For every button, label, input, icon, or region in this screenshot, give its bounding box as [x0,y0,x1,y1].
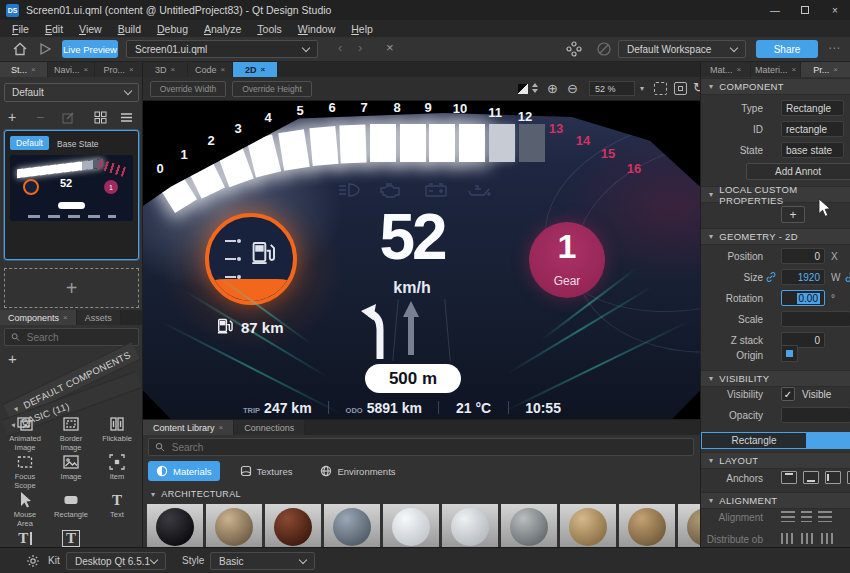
component-item-text-input[interactable]: T Text Input [52,528,90,547]
close-icon[interactable]: × [219,423,224,432]
list-view-icon[interactable] [120,110,133,128]
workspace-selector[interactable]: Default Workspace [618,40,746,58]
material-thumbnail-5[interactable] [383,504,439,547]
close-icon[interactable]: × [833,65,838,74]
more-options-icon[interactable]: ⋯ [828,41,841,55]
state-card-default[interactable]: Default Base State 52 1 [4,130,139,260]
component-item-text[interactable]: T Text [98,490,136,526]
menu-item-window[interactable]: Window [290,23,343,35]
component-item-image[interactable]: Image [52,452,90,488]
tab-assets[interactable]: Assets [77,310,121,325]
canvas-color-swatch[interactable] [518,84,528,94]
zoom-out-icon[interactable]: ⊖ [567,81,578,96]
menu-item-file[interactable]: File [4,23,37,35]
material-thumbnail-2[interactable] [206,504,262,547]
component-item-mouse-area[interactable]: Mouse Area [6,490,44,526]
forward-icon[interactable]: › [358,40,362,55]
material-thumbnail-7[interactable] [501,504,557,547]
anchor-left-icon[interactable] [825,471,841,484]
close-icon[interactable]: × [31,65,36,74]
size-w-field[interactable]: 1920 [781,269,825,285]
add-state-dropzone[interactable]: + [4,268,139,308]
tab-code[interactable]: Code× [188,62,233,77]
material-thumbnail-6[interactable] [442,504,498,547]
component-item-rectangle[interactable]: Rectangle [52,490,90,526]
close-document-icon[interactable]: × [386,40,394,55]
menu-item-debug[interactable]: Debug [149,23,196,35]
state-group-selector[interactable]: Default [4,83,139,102]
component-item-focus-scope[interactable]: Focus Scope [6,452,44,488]
fit-selection-icon[interactable] [654,82,667,95]
type-field[interactable]: Rectangle [781,100,844,116]
position-x-field[interactable]: 0 [781,248,825,264]
material-thumbnail-8[interactable] [560,504,616,547]
material-thumbnail-9[interactable] [619,504,675,547]
close-icon[interactable]: × [63,313,68,322]
link-icon[interactable] [844,271,850,285]
maximize-button[interactable] [790,0,820,20]
component-item-animated-image[interactable]: Animated Image [6,414,44,450]
close-icon[interactable]: × [791,65,796,74]
state-field[interactable]: base state [781,142,844,158]
content-library-search[interactable] [148,438,694,456]
material-thumbnail-4[interactable] [324,504,380,547]
menu-item-view[interactable]: View [71,23,110,35]
caret-down-icon[interactable]: ▾ [640,84,644,93]
close-icon[interactable]: × [260,65,265,74]
zoom-to-fit-icon[interactable] [674,82,687,95]
tab-material-browser[interactable]: Mat...× [701,62,751,77]
material-thumbnail-3[interactable] [265,504,321,547]
menu-item-edit[interactable]: Edit [37,23,71,35]
filter-environments[interactable]: Environments [312,461,403,481]
zoom-level-selector[interactable]: 52 % [589,81,635,96]
tab-material-editor[interactable]: Materi...× [751,62,801,77]
menu-item-tools[interactable]: Tools [249,23,290,35]
mode-layout[interactable]: L [807,432,850,449]
workspace-widgets-icon[interactable] [566,41,582,59]
material-thumbnail-10[interactable] [678,504,700,547]
tab-states[interactable]: St...× [0,62,48,77]
home-icon[interactable] [12,41,28,59]
edit-state-icon[interactable] [62,110,75,128]
close-icon[interactable]: × [83,65,88,74]
origin-button[interactable] [781,345,798,362]
visible-checkbox[interactable]: ✓ [781,387,795,401]
id-field[interactable]: rectangle [781,121,844,137]
close-button[interactable]: × [820,0,850,20]
tab-content-library[interactable]: Content Library× [143,420,234,435]
section-component[interactable]: ▾ COMPONENT [701,78,850,95]
tab-components[interactable]: Components× [0,310,77,325]
override-width-field[interactable]: Override Width [150,81,226,97]
section-visibility[interactable]: ▾ VISIBILITY [701,370,850,387]
component-item-border-image[interactable]: Border Image [52,414,90,450]
override-height-field[interactable]: Override Height [232,81,312,97]
filter-materials[interactable]: Materials [148,461,220,481]
rotation-field[interactable]: 0.00 [781,290,825,306]
distribute-right-icon[interactable] [821,533,835,544]
tab-properties[interactable]: Pr...× [801,62,850,77]
align-right-icon[interactable] [818,511,832,522]
align-left-icon[interactable] [781,511,795,522]
tab-navigator[interactable]: Navi...× [48,62,96,77]
component-item-flickable[interactable]: Flickable [98,414,136,450]
live-preview-button[interactable]: Live Preview [62,40,118,58]
state-name-badge[interactable]: Default [10,136,49,150]
style-selector[interactable]: Basic [210,552,315,570]
section-architectural[interactable]: ▾ ARCHITECTURAL [143,486,700,502]
document-selector[interactable]: Screen01.ui.qml [126,40,318,58]
components-search[interactable] [4,328,139,346]
components-search-input[interactable] [25,331,132,344]
design-canvas[interactable]: 52 km/h 1 Gear [143,101,700,419]
material-thumbnail-1[interactable] [147,504,203,547]
share-button[interactable]: Share [756,40,818,58]
close-icon[interactable]: × [220,65,225,74]
add-module-button[interactable]: + [8,350,17,367]
close-icon[interactable]: × [129,65,134,74]
section-geometry-2d[interactable]: ▾ GEOMETRY - 2D [701,228,850,245]
scale-field[interactable] [781,311,850,327]
swatch-stepper[interactable] [532,83,538,93]
component-item-text-edit[interactable]: T Text Edit [6,528,44,547]
filter-textures[interactable]: Textures [232,461,301,481]
anchor-bottom-icon[interactable] [803,471,819,484]
settings-gear-icon[interactable] [26,554,40,570]
